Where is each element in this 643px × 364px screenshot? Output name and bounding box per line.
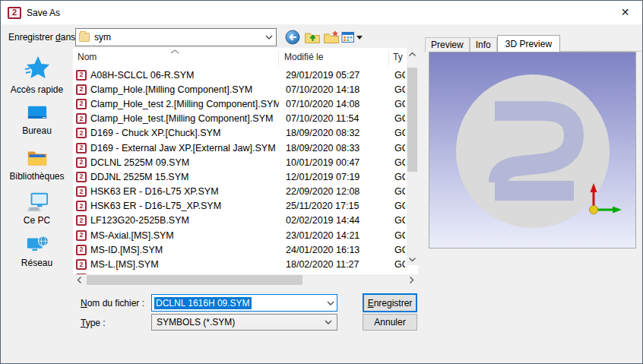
views-icon	[341, 31, 355, 43]
save-in-combobox[interactable]: sym	[75, 28, 277, 46]
scroll-right-icon	[410, 277, 413, 283]
tab-preview[interactable]: Preview	[425, 37, 470, 52]
vertical-scrollbar-thumb[interactable]	[407, 68, 417, 172]
file-name: HSK63 ER - D16-L75_XP.SYM	[90, 201, 221, 211]
file-row[interactable]: 2 MS-Axial.[MS].SYM 23/01/2020 14:21 GO	[73, 228, 407, 242]
file-name: MS-Axial.[MS].SYM	[90, 230, 174, 241]
file-type-dropdown[interactable]: SYMBOLS (*.SYM)	[151, 314, 337, 331]
column-header-modified[interactable]: Modifié le	[284, 52, 323, 62]
folder-icon	[79, 33, 90, 42]
file-row[interactable]: 2 A08H-SCLCL 06-R.SYM 29/01/2019 05:27 G…	[73, 68, 407, 82]
file-row[interactable]: 2 D169 - External Jaw XP.[External Jaw].…	[73, 141, 407, 155]
sidebar-label: Accès rapide	[11, 84, 63, 95]
file-type: GO	[394, 84, 405, 95]
back-button[interactable]	[285, 30, 300, 45]
file-name: A08H-SCLCL 06-R.SYM	[90, 70, 194, 81]
sidebar-item-libraries[interactable]: Bibliothèques	[1, 147, 73, 182]
views-menu-button[interactable]	[341, 30, 363, 45]
file-row[interactable]: 2 D169 - Chuck XP.[Chuck].SYM 18/09/2020…	[73, 126, 407, 141]
column-header-name[interactable]: Nom	[78, 52, 97, 62]
scroll-down-button[interactable]	[407, 253, 418, 265]
file-row[interactable]: 2 DCLNL 2525M 09.SYM 10/01/2019 00:47 GO	[73, 155, 407, 169]
sidebar-item-this-pc[interactable]: Ce PC	[1, 191, 73, 226]
3d-preview-viewport[interactable]	[429, 52, 636, 248]
file-modified: 23/01/2020 14:21	[286, 230, 360, 241]
sym-file-icon: 2	[76, 113, 87, 124]
sym-file-icon: 2	[76, 215, 87, 226]
sym-file-icon: 2	[76, 157, 87, 168]
file-modified: 07/10/2020 14:18	[286, 84, 360, 95]
sym-file-icon: 2	[76, 245, 87, 255]
file-rows: 2 A08H-SCLCL 06-R.SYM 29/01/2019 05:27 G…	[73, 68, 407, 274]
save-as-dialog: 2 Save As ✕ Enregistrer dans : sym	[0, 0, 643, 364]
folder-new-icon	[323, 30, 340, 45]
vertical-scrollbar[interactable]	[407, 48, 418, 265]
scroll-up-icon	[409, 52, 416, 56]
scroll-up-button[interactable]	[407, 48, 418, 60]
title-bar: 2 Save As ✕	[1, 1, 642, 24]
file-row[interactable]: 2 MS-ID.[MS].SYM 24/01/2020 16:13 GO	[73, 242, 407, 257]
file-name: Clamp_Hole_test 2.[Milling Component].SY…	[90, 99, 279, 109]
file-name: D169 - External Jaw XP.[External Jaw].SY…	[90, 143, 276, 154]
file-row[interactable]: 2 LF123G20-2525B.SYM 02/02/2019 14:44 GO	[73, 214, 407, 228]
file-modified: 07/10/2020 11:54	[286, 113, 359, 124]
file-row[interactable]: 2 MS-L.[MS].SYM 18/02/2020 11:27 GO	[73, 257, 407, 271]
go2cam-logo-circle	[456, 74, 610, 228]
save-in-label: Enregistrer dans :	[8, 32, 81, 43]
column-divider[interactable]	[388, 50, 389, 65]
cancel-button[interactable]: Annuler	[363, 314, 417, 331]
file-type: GO	[394, 201, 405, 211]
file-name: Clamp_Hole.[Milling Component].SYM	[90, 84, 252, 95]
scroll-right-button[interactable]	[405, 274, 418, 286]
quick-access-star-icon	[24, 54, 50, 83]
tab-3d-preview[interactable]: 3D Preview	[497, 35, 560, 52]
file-type: GO	[394, 128, 405, 138]
dropdown-arrow-icon	[356, 36, 363, 40]
desktop-icon	[26, 103, 49, 124]
column-header-type[interactable]: Ty	[393, 52, 403, 62]
sym-file-icon: 2	[76, 259, 87, 270]
sidebar-item-quick-access[interactable]: Accès rapide	[1, 54, 73, 95]
sidebar-item-network[interactable]: Réseau	[1, 233, 73, 268]
file-modified: 02/02/2019 14:44	[286, 215, 360, 226]
libraries-icon	[26, 147, 49, 169]
file-type: GO	[394, 157, 405, 168]
file-name: HSK63 ER - D16-L75 XP.SYM	[90, 186, 219, 197]
horizontal-scrollbar[interactable]	[73, 274, 418, 286]
sidebar-label: Réseau	[21, 258, 52, 268]
tab-info[interactable]: Info	[470, 37, 497, 52]
scroll-left-button[interactable]	[73, 274, 86, 286]
type-label: Type :	[81, 318, 106, 328]
file-type: GO	[394, 245, 405, 255]
chevron-down-icon	[325, 320, 332, 324]
file-row[interactable]: 2 Clamp_Hole_test 2.[Milling Component].…	[73, 97, 407, 111]
file-row[interactable]: 2 Clamp_Hole_test.[Milling Component].SY…	[73, 112, 407, 126]
save-button[interactable]: Enregistrer	[363, 293, 417, 312]
file-name: DDJNL 2525M 15.SYM	[90, 172, 188, 182]
sidebar-item-desktop[interactable]: Bureau	[1, 103, 73, 136]
file-name: MS-L.[MS].SYM	[90, 259, 159, 270]
up-one-level-button[interactable]	[304, 30, 321, 45]
file-row[interactable]: 2 HSK63 ER - D16-L75 XP.SYM 22/09/2020 1…	[73, 185, 407, 199]
sidebar-label: Ce PC	[24, 215, 50, 226]
file-type: GO	[394, 172, 405, 182]
save-in-value: sym	[94, 32, 111, 43]
sym-file-icon: 2	[76, 230, 87, 241]
file-row[interactable]: 2 DDJNL 2525M 15.SYM 12/01/2019 07:19 GO	[73, 169, 407, 184]
close-button[interactable]: ✕	[608, 1, 642, 24]
file-type: GO	[394, 99, 405, 109]
3d-preview-render	[429, 52, 635, 248]
filename-combobox[interactable]: DCLNL 1616H 09.SYM	[151, 294, 337, 312]
horizontal-scrollbar-thumb[interactable]	[87, 275, 302, 285]
file-type: GO	[394, 186, 405, 197]
column-divider[interactable]	[278, 50, 279, 65]
new-folder-button[interactable]	[323, 30, 340, 45]
file-type: GO	[394, 70, 405, 81]
file-row[interactable]: 2 HSK63 ER - D16-L75_XP.SYM 25/11/2020 1…	[73, 199, 407, 214]
sym-file-icon: 2	[76, 143, 87, 154]
file-type: GO	[394, 259, 405, 270]
file-modified: 22/09/2020 12:08	[286, 186, 360, 197]
sym-file-icon: 2	[76, 172, 87, 182]
file-row[interactable]: 2 Clamp_Hole.[Milling Component].SYM 07/…	[73, 82, 407, 97]
preview-tab-strip: Preview Info 3D Preview	[425, 35, 560, 52]
